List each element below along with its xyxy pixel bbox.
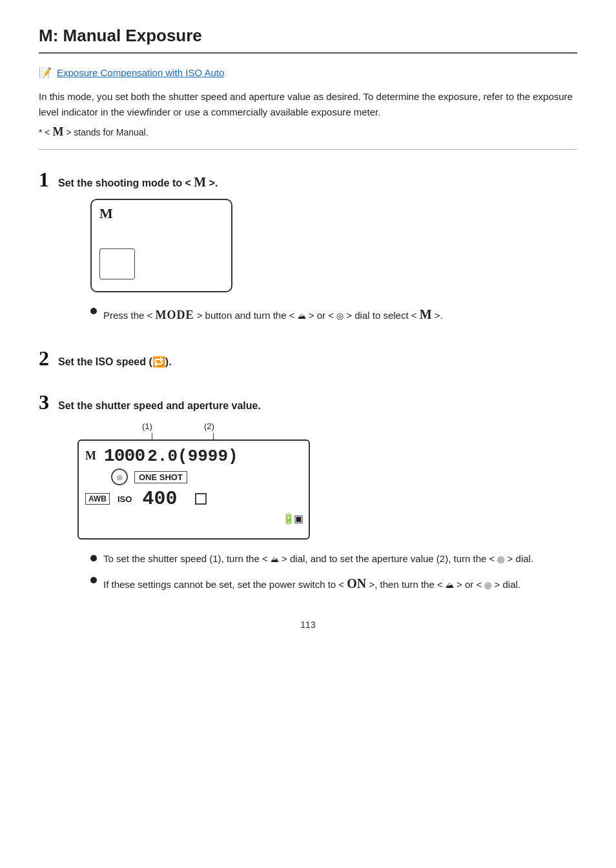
step-3-title: Set the shutter speed and aperture value… (58, 400, 261, 412)
step-2-number: 2 (39, 348, 49, 368)
mode-letter-m: M (99, 205, 113, 222)
step-3-header: 3 Set the shutter speed and aperture val… (39, 392, 577, 412)
mode-text: MODE (155, 308, 194, 321)
step-1: 1 Set the shooting mode to < M >. M Pres… (39, 169, 577, 325)
display-mode: M (85, 449, 96, 463)
lcd-wrapper: (1) (2) M 1000 2.0(9999) ◎ ONE SHOT AWB … (77, 421, 310, 540)
awb-box: AWB (85, 493, 110, 505)
one-shot-box: ONE SHOT (134, 471, 187, 483)
dial-s4: ◎ (484, 579, 491, 592)
step-1-number: 1 (39, 169, 49, 190)
battery-icon: 🔋▣ (282, 512, 302, 525)
display-shutter: 1000 (104, 446, 145, 466)
intro-text: In this mode, you set both the shutter s… (39, 89, 577, 120)
battery-row: 🔋▣ (79, 511, 309, 526)
dial-s3: ⛰︎ (446, 579, 454, 592)
iso-auto-link[interactable]: Exposure Compensation with ISO Auto (57, 67, 224, 78)
bullet-dot-3-2 (90, 577, 97, 583)
dial-icon-2: ◎ (336, 310, 344, 323)
link-row: 📝 Exposure Compensation with ISO Auto (39, 66, 577, 79)
step-1-m: M (194, 175, 206, 189)
step-1-header: 1 Set the shooting mode to < M >. (39, 169, 577, 190)
step-1-bullet: Press the < MODE > button and turn the <… (90, 304, 577, 325)
page-number: 113 (39, 620, 577, 630)
step-3-bullet-1: To set the shutter speed (1), turn the <… (90, 551, 577, 567)
step-3-bullet-1-text: To set the shutter speed (1), turn the <… (103, 551, 533, 567)
label-2: (2) (204, 421, 214, 431)
step-2-title: Set the ISO speed (🔁). (58, 356, 172, 368)
note-icon: 📝 (39, 66, 52, 79)
display-middle-row: ◎ ONE SHOT (79, 467, 309, 487)
step-1-bullets: Press the < MODE > button and turn the <… (90, 304, 577, 325)
on-text: ON (347, 576, 366, 590)
display-aperture: 2.0(9999) (147, 447, 238, 466)
label-1: (1) (142, 421, 152, 431)
bullet-dot-3-1 (90, 555, 97, 561)
lcd-labels: (1) (2) (77, 421, 310, 437)
iso-value: 400 (142, 488, 177, 510)
inner-rect (99, 248, 135, 279)
step-3-number: 3 (39, 392, 49, 412)
footnote: * < M > stands for Manual. (39, 125, 577, 150)
dial-s2: ◎ (497, 553, 504, 567)
iso-label: ISO (118, 494, 132, 504)
step-2-header: 2 Set the ISO speed (🔁). (39, 348, 577, 368)
camera-box-step1: M (90, 199, 232, 292)
page-title: M: Manual Exposure (39, 26, 577, 54)
focus-icon: ◎ (111, 469, 128, 485)
display-bottom-row: AWB ISO 400 (79, 487, 309, 511)
bullet-dot (90, 308, 97, 314)
step-1-title: Set the shooting mode to < M >. (58, 175, 218, 190)
dial-icon-1: ⛰︎ (298, 310, 306, 323)
step-1-bullet-text: Press the < MODE > button and turn the <… (103, 304, 443, 325)
camera-display: M 1000 2.0(9999) ◎ ONE SHOT AWB ISO 400 … (77, 439, 310, 540)
square-icon (195, 493, 207, 505)
step-3-bullet-2: If these settings cannot be set, set the… (90, 573, 577, 594)
dial-s1: ⛰︎ (271, 553, 279, 567)
step-2: 2 Set the ISO speed (🔁). (39, 348, 577, 368)
step-3: 3 Set the shutter speed and aperture val… (39, 392, 577, 594)
footnote-m: M (52, 125, 63, 138)
step-3-bullets: To set the shutter speed (1), turn the <… (90, 551, 577, 594)
select-m: M (420, 307, 432, 321)
display-top-row: M 1000 2.0(9999) (79, 441, 309, 467)
step-3-bullet-2-text: If these settings cannot be set, set the… (103, 573, 520, 594)
